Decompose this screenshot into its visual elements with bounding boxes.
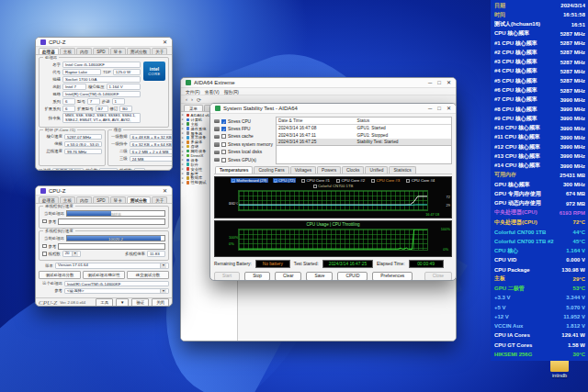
- cpuz1-titlebar[interactable]: CPU-Z ✕: [36, 38, 172, 47]
- tab-内存[interactable]: 内存: [76, 48, 92, 54]
- expander-icon[interactable]: ▸: [182, 172, 185, 175]
- stress-checkbox[interactable]: [221, 142, 226, 147]
- tab-测试分数[interactable]: 测试分数: [127, 196, 151, 203]
- log-row[interactable]: 2024/3/14 16:47:08GPU1: Started: [277, 125, 451, 132]
- stress-checkbox[interactable]: [221, 158, 226, 162]
- legend-item[interactable]: CPU Core #3: [370, 178, 401, 183]
- reference-checkbox[interactable]: [42, 219, 47, 224]
- sst-tab-Voltages[interactable]: Voltages: [290, 166, 316, 174]
- legend-item[interactable]: ✓CPU (72): [273, 178, 296, 183]
- forward-icon[interactable]: ›: [191, 96, 193, 102]
- stop-button[interactable]: Stop: [244, 272, 270, 281]
- legend-checkbox[interactable]: ✓: [274, 179, 277, 183]
- legend-item[interactable]: ✓Motherboard (29): [231, 178, 268, 183]
- tools-dropdown-arrow[interactable]: ▼: [116, 298, 129, 307]
- stress-option[interactable]: Stress cache: [214, 133, 273, 140]
- tab-主板[interactable]: 主板: [60, 196, 75, 203]
- aida64-titlebar[interactable]: AIDA64 Extreme ─ □ ✕: [181, 78, 456, 88]
- tab-关于[interactable]: 关于: [152, 196, 167, 203]
- bench-button[interactable]: 提交测试分数: [127, 271, 169, 279]
- sst-titlebar[interactable]: System Stability Test - AIDA64 ─ □ ✕: [210, 104, 456, 114]
- tab-测试分数[interactable]: 测试分数: [127, 48, 151, 54]
- sst-tab-Unified[interactable]: Unified: [365, 166, 388, 174]
- sst-tab-Temperatures[interactable]: Temperatures: [215, 166, 253, 174]
- threads-checkbox[interactable]: [42, 252, 47, 256]
- legend-item[interactable]: Colorful CN700 1TB: [312, 184, 355, 188]
- close-icon[interactable]: ✕: [163, 188, 167, 194]
- close-icon[interactable]: ✕: [163, 39, 167, 45]
- legend-checkbox[interactable]: [371, 179, 375, 183]
- expander-icon[interactable]: ▸: [182, 145, 185, 149]
- stress-option[interactable]: Stress local disks: [214, 149, 273, 156]
- tab-主板[interactable]: 主板: [60, 48, 75, 54]
- preferences-button[interactable]: Preferences: [372, 272, 413, 281]
- threads-select[interactable]: 20▼: [62, 251, 81, 257]
- desktop-folder-shortcut[interactable]: intindb: [542, 359, 577, 378]
- minimize-icon[interactable]: ─: [428, 80, 432, 85]
- tab-内存[interactable]: 内存: [76, 196, 92, 203]
- cpuz2-titlebar[interactable]: CPU-Z ✕: [36, 186, 172, 196]
- expander-icon[interactable]: ▸: [182, 131, 185, 135]
- legend-checkbox[interactable]: [406, 179, 410, 183]
- stress-checkbox[interactable]: ✓: [221, 119, 226, 124]
- legend-checkbox[interactable]: ✓: [232, 179, 235, 183]
- stress-checkbox[interactable]: ✓: [221, 127, 226, 131]
- expander-icon[interactable]: ▸: [182, 176, 185, 180]
- menu-item[interactable]: 报告(R): [224, 89, 239, 94]
- expander-icon[interactable]: ▸: [182, 122, 185, 126]
- validate-button[interactable]: 验证: [131, 298, 149, 307]
- expander-icon[interactable]: ▸: [182, 153, 185, 157]
- tab-显卡[interactable]: 显卡: [110, 196, 126, 203]
- maximize-icon[interactable]: □: [437, 80, 441, 85]
- socket-select[interactable]: 处理器 #1▼: [52, 168, 84, 172]
- back-icon[interactable]: ‹: [186, 96, 187, 102]
- tab-关于[interactable]: 关于: [152, 48, 167, 54]
- expander-icon[interactable]: ▸: [182, 127, 185, 130]
- minimize-icon[interactable]: ─: [428, 106, 432, 111]
- tab-处理器[interactable]: 处理器: [39, 48, 59, 54]
- stress-option[interactable]: ✓Stress CPU: [214, 118, 273, 125]
- legend-checkbox[interactable]: [313, 185, 317, 188]
- close-icon[interactable]: ✕: [447, 106, 451, 111]
- expander-icon[interactable]: ▸: [182, 181, 185, 185]
- expander-icon[interactable]: ▸: [182, 118, 185, 121]
- stress-checkbox[interactable]: [221, 150, 226, 154]
- expander-icon[interactable]: ▸: [182, 162, 185, 166]
- stress-option[interactable]: Stress system memory: [214, 140, 273, 148]
- close-icon[interactable]: ✕: [447, 80, 451, 85]
- log-row[interactable]: 2024/3/14 16:47:11GPU1: Stopped: [277, 132, 451, 140]
- refresh-icon[interactable]: ⟳: [197, 96, 201, 103]
- tab-SPD[interactable]: SPD: [93, 196, 108, 203]
- stress-option[interactable]: ✓Stress FPU: [214, 125, 273, 132]
- legend-checkbox[interactable]: [336, 179, 340, 183]
- expander-icon[interactable]: ▸: [182, 136, 185, 140]
- clear-button[interactable]: Clear: [275, 272, 301, 281]
- sst-tab-Powers[interactable]: Powers: [317, 166, 341, 174]
- expander-icon[interactable]: ▸: [182, 150, 185, 153]
- expander-icon[interactable]: ▸: [182, 113, 185, 117]
- legend-item[interactable]: CPU Core #1: [300, 178, 331, 183]
- bench-version-select[interactable]: Version 17.01.64▼: [55, 263, 169, 269]
- tools-button[interactable]: 工具: [96, 298, 113, 307]
- menu-item[interactable]: 查看(V): [205, 89, 220, 94]
- close-button[interactable]: 关闭: [152, 298, 169, 307]
- legend-checkbox[interactable]: [301, 179, 305, 183]
- reference-select[interactable]: <请选择>▼: [64, 288, 169, 295]
- maximize-icon[interactable]: □: [437, 106, 441, 111]
- expander-icon[interactable]: ▸: [182, 167, 185, 171]
- menu-item[interactable]: 文件(F): [186, 89, 200, 94]
- tab-处理器[interactable]: 处理器: [39, 196, 59, 203]
- stress-checkbox[interactable]: [221, 134, 226, 139]
- panel-tab-菜单[interactable]: 菜单: [184, 105, 203, 111]
- tab-SPD[interactable]: SPD: [93, 48, 108, 54]
- legend-item[interactable]: CPU Core #2: [335, 178, 366, 183]
- tab-显卡[interactable]: 显卡: [110, 48, 126, 54]
- bench-button[interactable]: 测试处理器分数: [39, 271, 81, 279]
- legend-item[interactable]: CPU Core #4: [405, 178, 435, 183]
- sst-tab-Clocks[interactable]: Clocks: [342, 166, 364, 174]
- save-button[interactable]: Save: [306, 272, 333, 281]
- sst-tab-Cooling Fans[interactable]: Cooling Fans: [254, 166, 288, 174]
- log-row[interactable]: 2024/3/14 16:47:25Stability Test: Starte…: [277, 139, 451, 146]
- sst-tab-Statistics[interactable]: Statistics: [389, 166, 415, 174]
- expander-icon[interactable]: ▸: [182, 158, 185, 162]
